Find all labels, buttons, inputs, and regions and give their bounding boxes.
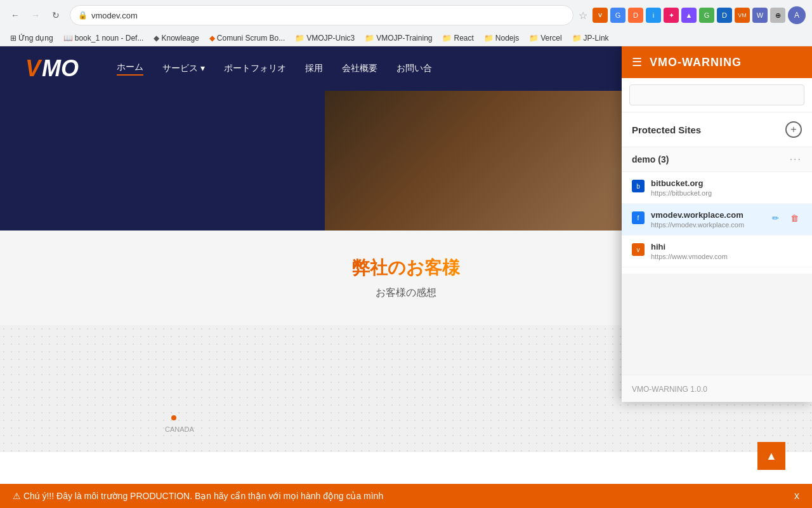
ext-icon-10[interactable]: W <box>752 8 768 23</box>
ext-icon-7[interactable]: G <box>699 8 714 23</box>
bookmark-vmojp-unic3[interactable]: 📁 VMOJP-Unic3 <box>291 32 358 44</box>
demo-group-label: demo (3) <box>632 154 669 164</box>
browser-toolbar: ← → ↻ 🔒 vmodev.com ☆ V G D i ✦ ▲ G D VM … <box>0 0 812 30</box>
page-content: V MO ホーム サービス ▾ ポートフォリオ 採用 会社概要 お問い合 弊社の… <box>0 46 812 508</box>
hihi-delete-button[interactable]: 🗑 <box>787 242 802 257</box>
workplace-edit-button[interactable]: ✏ <box>768 210 783 225</box>
comuni-icon: ◆ <box>209 34 215 43</box>
vmo-extension-panel: ☰ VMO-WARNING 🔍 Protected Sites + demo (… <box>622 46 812 402</box>
folder-vercel-icon: 📁 <box>529 34 539 43</box>
bitbucket-site-name: bitbucket.org <box>651 178 761 188</box>
bookmark-react[interactable]: 📁 React <box>438 32 477 44</box>
bookmark-vercel-label: Vercel <box>540 34 561 43</box>
workplace-favicon: f <box>632 211 645 224</box>
bookmark-book-label: book_1 noun - Def... <box>75 34 144 43</box>
browser-chrome: ← → ↻ 🔒 vmodev.com ☆ V G D i ✦ ▲ G D VM … <box>0 0 812 46</box>
ext-icon-11[interactable]: ⊕ <box>770 8 785 23</box>
hihi-favicon: v <box>632 243 645 256</box>
bookmark-book[interactable]: 📖 book_1 noun - Def... <box>60 32 148 44</box>
bookmark-vmojp-training[interactable]: 📁 VMOJP-Training <box>361 32 436 44</box>
panel-empty-space <box>622 274 812 375</box>
bookmark-comuni-label: Comuni Scrum Bo... <box>217 34 285 43</box>
bookmark-apps[interactable]: ⊞ Ứng dụng <box>6 32 57 44</box>
ext-icon-6[interactable]: ▲ <box>681 8 697 23</box>
canada-dot <box>171 415 176 420</box>
site-item-workplace[interactable]: f vmodev.workplace.com https://vmodev.wo… <box>622 204 812 236</box>
protected-sites-label: Protected Sites <box>632 124 701 135</box>
vmo-nav-links: ホーム サービス ▾ ポートフォリオ 採用 会社概要 お問い合 <box>117 62 432 76</box>
ext-icon-3[interactable]: D <box>628 8 643 23</box>
site-item-bitbucket[interactable]: b bitbucket.org https://bitbucket.org ✏ … <box>622 172 812 204</box>
knowleage-icon: ◆ <box>154 34 159 43</box>
bookmark-vmojp-training-label: VMOJP-Training <box>376 34 432 43</box>
bookmark-star-button[interactable]: ☆ <box>579 10 587 22</box>
search-input[interactable] <box>629 84 804 105</box>
folder-jplink-icon: 📁 <box>572 34 582 43</box>
site-item-hihi[interactable]: v hihi https://www.vmodev.com ✏ 🗑 <box>622 236 812 267</box>
panel-version: VMO-WARNING 1.0.0 <box>632 385 707 394</box>
hihi-site-url: https://www.vmodev.com <box>651 253 761 260</box>
ext-icon-8[interactable]: D <box>717 8 732 23</box>
logo-v: V <box>25 55 41 82</box>
ext-icon-2[interactable]: G <box>610 8 625 23</box>
folder-training-icon: 📁 <box>365 34 374 43</box>
ext-icon-5[interactable]: ✦ <box>664 8 679 23</box>
ext-icon-4[interactable]: i <box>646 8 661 23</box>
hihi-edit-button[interactable]: ✏ <box>768 242 783 257</box>
bookmark-knowleage[interactable]: ◆ Knowleage <box>150 32 202 44</box>
workplace-site-url: https://vmodev.workplace.com <box>651 221 761 229</box>
bitbucket-site-url: https://bitbucket.org <box>651 189 761 197</box>
folder-nodejs-icon: 📁 <box>484 34 494 43</box>
nav-link-portfolio[interactable]: ポートフォリオ <box>224 63 286 74</box>
warning-text: ⚠ Chú ý!!! Đây là môi trường PRODUCTION.… <box>13 491 383 501</box>
site-list: b bitbucket.org https://bitbucket.org ✏ … <box>622 172 812 274</box>
folder-unic3-icon: 📁 <box>295 34 304 43</box>
bookmarks-bar: ⊞ Ứng dụng 📖 book_1 noun - Def... ◆ Know… <box>0 30 812 46</box>
canada-label: CANADA <box>165 425 194 433</box>
forward-button[interactable]: → <box>27 6 44 24</box>
bitbucket-delete-button[interactable]: 🗑 <box>787 178 802 194</box>
workplace-site-actions: ✏ 🗑 <box>768 210 802 225</box>
profile-icon[interactable]: A <box>788 6 806 24</box>
refresh-button[interactable]: ↻ <box>47 6 65 24</box>
hihi-site-info: hihi https://www.vmodev.com <box>651 242 761 260</box>
bookmark-nodejs[interactable]: 📁 Nodejs <box>480 32 523 44</box>
bookmark-jplink[interactable]: 📁 JP-Link <box>568 32 613 44</box>
nav-link-services[interactable]: サービス ▾ <box>162 63 205 74</box>
workplace-delete-button[interactable]: 🗑 <box>787 210 802 225</box>
bookmark-vercel[interactable]: 📁 Vercel <box>525 32 565 44</box>
bitbucket-site-info: bitbucket.org https://bitbucket.org <box>651 178 761 197</box>
nav-link-recruit[interactable]: 採用 <box>305 63 323 74</box>
bookmark-comuni[interactable]: ◆ Comuni Scrum Bo... <box>206 32 289 44</box>
warning-bar: ⚠ Chú ý!!! Đây là môi trường PRODUCTION.… <box>0 484 812 508</box>
panel-search: 🔍 <box>622 78 812 112</box>
bookmark-nodejs-label: Nodejs <box>495 34 519 43</box>
bookmark-jplink-label: JP-Link <box>584 34 609 43</box>
workplace-site-name: vmodev.workplace.com <box>651 210 761 220</box>
folder-react-icon: 📁 <box>442 34 452 43</box>
panel-header: ☰ VMO-WARNING <box>622 46 812 78</box>
back-button[interactable]: ← <box>6 6 24 24</box>
protected-sites-header: Protected Sites + <box>622 112 812 147</box>
bitbucket-favicon: b <box>632 180 645 192</box>
panel-footer: VMO-WARNING 1.0.0 <box>622 375 812 402</box>
search-wrapper: 🔍 <box>629 84 804 105</box>
bookmark-vmojp-unic3-label: VMOJP-Unic3 <box>306 34 355 43</box>
ext-icon-9[interactable]: VM <box>735 8 750 23</box>
demo-group-more-button[interactable]: ··· <box>790 154 802 165</box>
add-site-button[interactable]: + <box>785 121 802 138</box>
url-text: vmodev.com <box>91 11 565 20</box>
bitbucket-edit-button[interactable]: ✏ <box>768 178 783 194</box>
book-icon: 📖 <box>63 34 73 43</box>
nav-link-contact[interactable]: お問い合 <box>396 63 432 74</box>
address-bar[interactable]: 🔒 vmodev.com <box>70 5 573 25</box>
bookmark-knowleage-label: Knowleage <box>161 34 199 43</box>
scroll-top-button[interactable]: ▲ <box>757 442 785 470</box>
panel-menu-icon[interactable]: ☰ <box>632 55 642 69</box>
ext-icon-1[interactable]: V <box>593 8 608 23</box>
nav-link-about[interactable]: 会社概要 <box>342 63 377 74</box>
warning-close-button[interactable]: x <box>794 490 799 502</box>
nav-buttons: ← → ↻ <box>6 6 65 24</box>
bookmark-apps-label: Ứng dụng <box>18 34 53 43</box>
nav-link-home[interactable]: ホーム <box>117 62 143 76</box>
